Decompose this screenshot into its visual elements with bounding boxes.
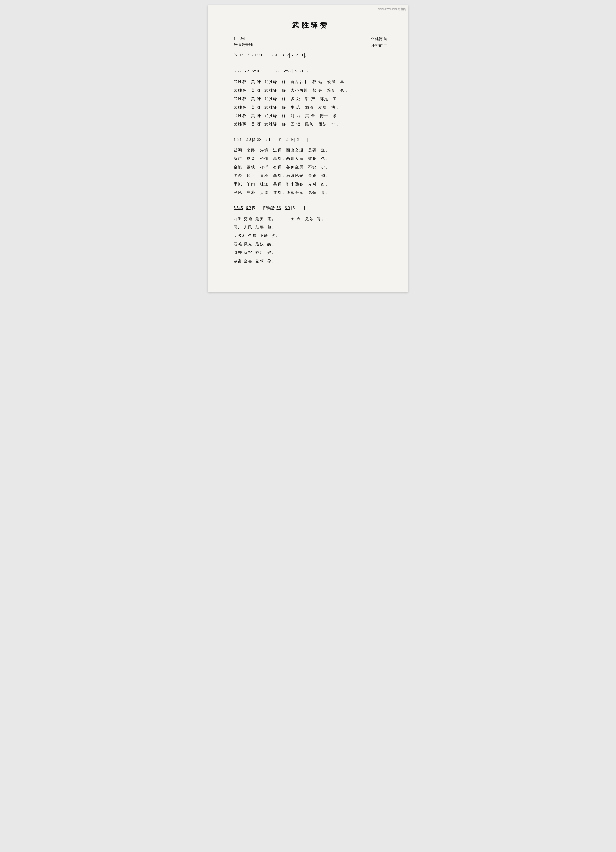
meta-row: 1=f 2/4 热情赞美地 张廷德 词 汪裕前 曲 xyxy=(234,35,388,49)
song-title: 武胜驿赞 xyxy=(234,21,388,30)
meta-right: 张廷德 词 汪裕前 曲 xyxy=(371,35,388,49)
coda-section: 5 545 6.3 |5 — |结尾5⌢56 6 3 | 5 — ‖ 西出 交通… xyxy=(234,203,388,265)
coda-lyric-2: 两川 人民 鼓腰 包。 xyxy=(234,223,388,231)
lyric-line-3: 武胜驿 美 呀 武胜驿 好，多 处 矿 产 都是 宝， xyxy=(234,95,388,103)
coda-lyric-3: ．各种 金属 不缺 少。 xyxy=(234,231,388,240)
coda-lyric-6: 致富 全靠 党领 导。 xyxy=(234,257,388,266)
lyric-line-6: 武胜驿 美 呀 武胜驿 好，回 汉 民族 团结 牢， xyxy=(234,120,388,128)
lyric2-line-4: 奖俊 岭上 青松 翠呀，石滩风光 最妖 娆。 xyxy=(234,171,388,180)
key-signature: 1=f 2/4 xyxy=(234,35,253,42)
lyric2-line-3: 金银 铜铁 样样 有呀，各种金属 不缺 少。 xyxy=(234,163,388,171)
verse1-lyrics: 武胜驿 美 呀 武胜驿 好，自古以来 驿 站 设得 早， 武胜驿 美 呀 武胜驿… xyxy=(234,78,388,128)
verse2-lyrics: 丝绸 之路 穿境 过呀，西出交通 是要 道。 所产 夏菜 价值 高呀，两川人民 … xyxy=(234,146,388,197)
coda-lyric-1: 西出 交通 是要 道。 全 靠 党领 导。 xyxy=(234,215,388,223)
lyric-line-2: 武胜驿 美 呀 武胜驿 好，大小两川 都 是 粮食 仓， xyxy=(234,86,388,95)
lyric2-line-5: 手抓 羊肉 味道 美呀，引来远客 齐叫 好。 xyxy=(234,180,388,189)
content-area: (5 165 5 2|1321 6| 6 61 3 12| 5 12 6|) 5… xyxy=(234,50,388,266)
coda-lyric-4: 石滩 风光 最妖 娆。 xyxy=(234,240,388,248)
music-author: 汪裕前 曲 xyxy=(371,42,388,49)
verse1-notation: 5 65 5 2| 5⌢165 5 |5 i65 5⌢52 | 5321 2 | xyxy=(234,66,388,76)
coda-lyric-5: 引来 远客 齐叫 好。 xyxy=(234,248,388,257)
intro-notation: (5 165 5 2|1321 6| 6 61 3 12| 5 12 6|) xyxy=(234,50,388,60)
verse2-notation: 1 6 1 2 2 |2⌢53 2 1|6 6 61 2⌢16| 5 — | xyxy=(234,135,388,145)
lyrics-author: 张廷德 词 xyxy=(371,35,388,42)
page: www.ktvcl.com 简谱网 武胜驿赞 1=f 2/4 热情赞美地 张廷德… xyxy=(208,5,408,292)
lyric-line-5: 武胜驿 美 呀 武胜驿 好，河 西 美 食 街一 条， xyxy=(234,112,388,120)
coda-lyrics: 西出 交通 是要 道。 全 靠 党领 导。 两川 人民 鼓腰 包。 ．各种 金属… xyxy=(234,215,388,266)
lyric2-line-1: 丝绸 之路 穿境 过呀，西出交通 是要 道。 xyxy=(234,146,388,154)
lyric-line-1: 武胜驿 美 呀 武胜驿 好，自古以来 驿 站 设得 早， xyxy=(234,78,388,86)
lyric-line-4: 武胜驿 美 呀 武胜驿 好，生 态 旅游 发展 快， xyxy=(234,103,388,112)
verse2-section: 1 6 1 2 2 |2⌢53 2 1|6 6 61 2⌢16| 5 — | 丝… xyxy=(234,135,388,197)
verse1-section: 5 65 5 2| 5⌢165 5 |5 i65 5⌢52 | 5321 2 |… xyxy=(234,66,388,128)
lyric2-line-2: 所产 夏菜 价值 高呀，两川人民 鼓腰 包。 xyxy=(234,154,388,163)
coda-notation: 5 545 6.3 |5 — |结尾5⌢56 6 3 | 5 — ‖ xyxy=(234,203,388,213)
lyric2-line-6: 民风 淳朴 人厚 道呀，致富全靠 党领 导。 xyxy=(234,189,388,197)
intro-section: (5 165 5 2|1321 6| 6 61 3 12| 5 12 6|) xyxy=(234,50,388,60)
style-marking: 热情赞美地 xyxy=(234,42,253,48)
watermark-text: www.ktvcl.com 简谱网 xyxy=(378,7,406,11)
meta-left: 1=f 2/4 热情赞美地 xyxy=(234,35,253,48)
